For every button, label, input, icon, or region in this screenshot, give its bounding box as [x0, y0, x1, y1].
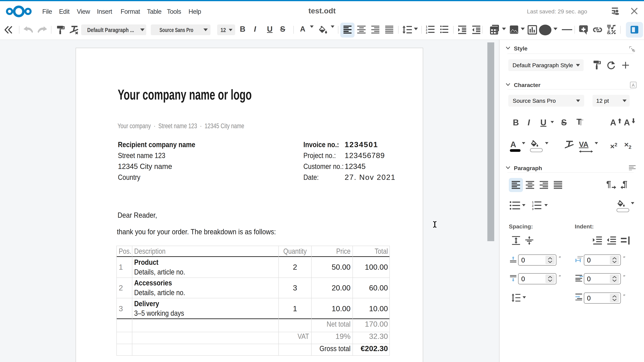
- svg-text:1: 1: [426, 25, 427, 28]
- svg-text:3: 3: [532, 207, 534, 210]
- svg-text:3: 3: [426, 31, 427, 34]
- svg-text:2: 2: [426, 28, 427, 31]
- svg-text:A: A: [632, 83, 635, 88]
- svg-text:1: 1: [532, 201, 534, 204]
- svg-text:&: &: [607, 29, 611, 34]
- svg-text:2: 2: [532, 204, 534, 207]
